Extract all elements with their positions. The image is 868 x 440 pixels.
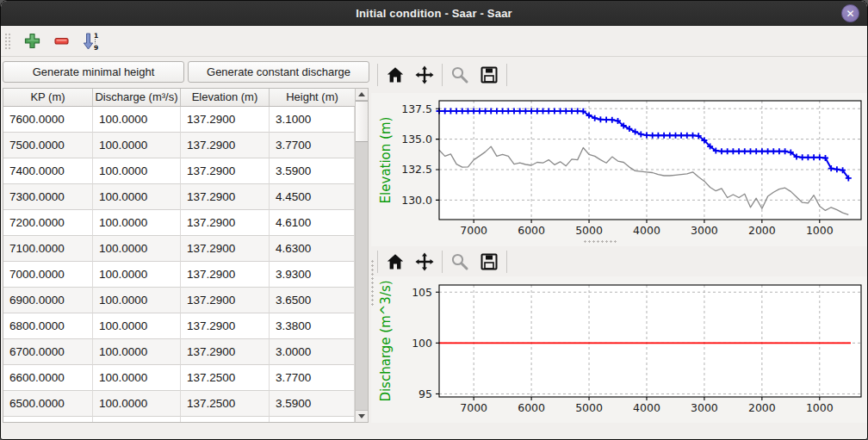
column-header-3[interactable]: Height (m) — [270, 89, 355, 106]
plus-icon — [24, 33, 40, 49]
close-button[interactable]: ✕ — [841, 4, 859, 22]
home-button[interactable] — [381, 249, 410, 275]
discharge-chart-toolbar — [371, 246, 867, 276]
table-cell[interactable]: 137.2900 — [181, 133, 270, 158]
column-header-2[interactable]: Elevation (m) — [181, 89, 270, 106]
chart-splitter-handle[interactable] — [583, 239, 617, 245]
table-cell[interactable]: 3.6500 — [270, 288, 355, 313]
table-cell[interactable]: 6900.0000 — [3, 288, 93, 313]
table-cell[interactable]: 3.0000 — [270, 339, 355, 365]
home-button[interactable] — [381, 62, 410, 88]
svg-text:100: 100 — [412, 337, 432, 350]
table-cell[interactable]: 137.2900 — [181, 158, 270, 184]
pan-button[interactable] — [410, 249, 439, 275]
svg-text:130.0: 130.0 — [401, 194, 432, 207]
table-cell[interactable]: 6500.0000 — [3, 391, 93, 417]
table-cell[interactable]: 137.2500 — [181, 365, 270, 391]
table-cell[interactable]: 100.0000 — [93, 158, 181, 184]
table-cell[interactable]: 100.0000 — [93, 391, 181, 417]
table-cell[interactable]: 137.2500 — [181, 391, 270, 417]
table-cell[interactable]: 137.2900 — [181, 184, 270, 210]
table-cell[interactable]: 137.2900 — [181, 107, 270, 133]
table-cell[interactable]: 6700.0000 — [3, 339, 93, 365]
toolbar-drag-handle[interactable] — [3, 32, 11, 51]
scrollbar-thumb[interactable] — [356, 101, 368, 142]
scroll-down-button[interactable] — [356, 410, 368, 422]
table-cell[interactable]: 3.1000 — [270, 107, 355, 133]
table-cell[interactable]: 137.2900 — [181, 339, 270, 365]
table-cell[interactable]: 100.0000 — [93, 339, 181, 365]
table-cell[interactable]: 4.6300 — [270, 236, 355, 262]
titlebar: Initial condition - Saar - Saar ✕ — [1, 1, 867, 26]
zoom-button[interactable] — [445, 62, 474, 88]
table-cell[interactable]: 3.7700 — [270, 365, 355, 391]
table-cell[interactable]: 7200.0000 — [3, 210, 93, 236]
table-cell[interactable]: 3.5900 — [270, 391, 355, 417]
svg-text:1000: 1000 — [806, 401, 834, 414]
table-wrap: KP (m)Discharge (m³/s)Elevation (m)Heigh… — [3, 88, 371, 423]
discharge-chart[interactable]: 700060005000400030002000100010510095Disc… — [371, 276, 867, 423]
home-icon — [385, 251, 406, 272]
pan-button[interactable] — [410, 62, 439, 88]
table-cell[interactable]: 137.2900 — [181, 236, 270, 262]
generate-minimal-height-button[interactable]: Generate minimal height — [3, 61, 184, 83]
elevation-chart[interactable]: 7000600050004000300020001000137.5135.013… — [371, 93, 867, 247]
table-cell[interactable]: 7400.0000 — [3, 158, 93, 184]
svg-text:4000: 4000 — [633, 401, 660, 414]
table-row: 7300.0000100.0000137.29004.4500 — [3, 184, 355, 210]
sort-descending-icon: 1 9 — [81, 32, 100, 51]
table-scrollbar[interactable] — [356, 88, 369, 423]
remove-row-button[interactable] — [49, 29, 73, 53]
table-cell[interactable]: 137.2900 — [181, 288, 270, 313]
table-cell[interactable]: 100.0000 — [93, 365, 181, 391]
table-row: 7100.0000100.0000137.29004.6300 — [3, 236, 355, 262]
table-cell[interactable]: 7100.0000 — [3, 236, 93, 262]
column-header-0[interactable]: KP (m) — [3, 89, 93, 106]
zoom-button[interactable] — [445, 249, 474, 275]
table-cell[interactable]: 100.0000 — [93, 262, 181, 288]
table-cell[interactable]: 3.3800 — [270, 313, 355, 339]
add-row-button[interactable] — [20, 29, 44, 53]
svg-text:9: 9 — [94, 44, 98, 51]
generate-constant-discharge-button[interactable]: Generate constant discharge — [188, 61, 369, 83]
table-cell[interactable]: 137.2900 — [181, 313, 270, 339]
table-cell[interactable]: 137.2900 — [181, 262, 270, 288]
move-icon — [414, 251, 435, 272]
column-header-1[interactable]: Discharge (m³/s) — [93, 89, 181, 106]
table-cell[interactable] — [181, 417, 270, 423]
table-cell[interactable]: 100.0000 — [93, 107, 181, 133]
table-body: 7600.0000100.0000137.29003.10007500.0000… — [3, 107, 355, 423]
table-cell[interactable]: 3.9300 — [270, 262, 355, 288]
svg-text:6000: 6000 — [518, 224, 545, 237]
table-cell[interactable]: 100.0000 — [93, 210, 181, 236]
status-strip — [1, 423, 867, 440]
sort-rows-button[interactable]: 1 9 — [78, 29, 102, 53]
initial-condition-panel: Generate minimal height Generate constan… — [1, 57, 371, 423]
table-cell[interactable]: 100.0000 — [93, 313, 181, 339]
table-cell[interactable]: 7000.0000 — [3, 262, 93, 288]
table-cell[interactable] — [93, 417, 181, 423]
table-cell[interactable]: 100.0000 — [93, 184, 181, 210]
minus-icon — [53, 33, 70, 49]
table-cell[interactable] — [270, 417, 355, 423]
scroll-up-button[interactable] — [356, 89, 368, 101]
table-cell[interactable]: 4.4500 — [270, 184, 355, 210]
table-cell[interactable]: 6800.0000 — [3, 313, 93, 339]
table-cell[interactable]: 3.7700 — [270, 133, 355, 158]
table-cell[interactable]: 137.2900 — [181, 210, 270, 236]
table-cell[interactable]: 100.0000 — [93, 288, 181, 313]
table-cell[interactable]: 3.5900 — [270, 158, 355, 184]
table-cell[interactable]: 100.0000 — [93, 236, 181, 262]
table-cell[interactable]: 100.0000 — [93, 133, 181, 158]
save-button[interactable] — [474, 249, 504, 275]
table-cell[interactable] — [3, 417, 93, 423]
panel-splitter-handle[interactable] — [370, 259, 375, 307]
table-cell[interactable]: 4.6100 — [270, 210, 355, 236]
save-button[interactable] — [474, 62, 504, 88]
table-cell[interactable]: 6600.0000 — [3, 365, 93, 391]
charts-panel: 7000600050004000300020001000137.5135.013… — [371, 57, 867, 423]
table-row: 6600.0000100.0000137.25003.7700 — [3, 365, 355, 391]
table-cell[interactable]: 7600.0000 — [3, 107, 93, 133]
table-cell[interactable]: 7300.0000 — [3, 184, 93, 210]
table-cell[interactable]: 7500.0000 — [3, 133, 93, 158]
